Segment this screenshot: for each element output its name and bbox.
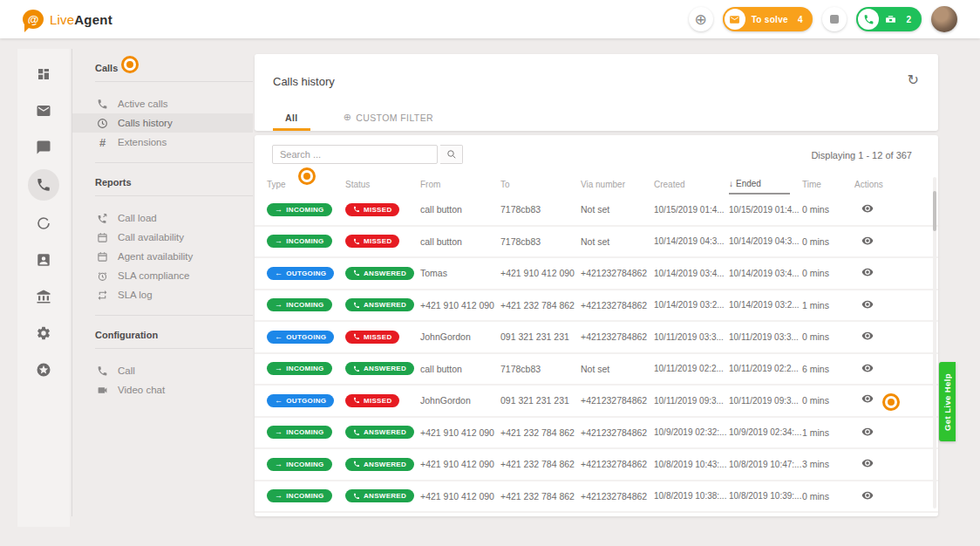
table-row[interactable]: →INCOMING ANSWERED +421 910 412 090 +421…	[255, 449, 938, 481]
rail-chat[interactable]	[29, 133, 58, 161]
phone-icon	[353, 493, 360, 500]
eye-icon	[861, 202, 874, 215]
direction-arrow-icon: →	[275, 461, 282, 468]
clock-icon	[97, 118, 108, 129]
view-call-button[interactable]	[861, 426, 874, 438]
call-type-badge: →INCOMING	[267, 362, 332, 375]
view-call-button[interactable]	[861, 266, 874, 278]
rail-calls[interactable]	[28, 169, 59, 201]
column-header-status[interactable]: Status	[345, 180, 420, 189]
sidebar-item-sla-compliance[interactable]: SLA compliance	[72, 266, 253, 285]
table-row[interactable]: →INCOMING MISSED call button 7178cb83 No…	[255, 195, 938, 227]
actions-cell	[854, 202, 938, 216]
table-row[interactable]: ←OUTGOING MISSED JohnGordon 091 321 231 …	[255, 386, 938, 418]
view-call-button[interactable]	[861, 457, 874, 469]
via-number-cell: +421232784862	[581, 300, 654, 311]
rail-mail[interactable]	[29, 96, 58, 125]
view-call-button[interactable]	[861, 298, 874, 311]
view-call-button[interactable]	[861, 330, 874, 342]
tutorial-hotspot-view-call[interactable]	[885, 396, 897, 408]
view-call-button[interactable]	[861, 235, 874, 247]
table-row[interactable]: →INCOMING ANSWERED +421 910 412 090 +421…	[255, 481, 938, 514]
rail-settings[interactable]	[29, 318, 58, 347]
liveagent-logo[interactable]: @ LiveAgent	[23, 10, 112, 29]
table-row[interactable]: →INCOMING ANSWERED call button 7178cb83 …	[255, 354, 938, 386]
calls-history-table-card: Displaying 1 - 12 of 367 Type Status Fro…	[255, 135, 938, 516]
table-row[interactable]: ←OUTGOING MISSED JohnGordon 091 321 231 …	[255, 322, 938, 354]
search-button[interactable]	[440, 145, 463, 164]
get-live-help-button[interactable]: Get Live Help	[939, 362, 956, 441]
sidebar-item-calls-history[interactable]: Calls history	[72, 113, 253, 133]
table-row[interactable]: →INCOMING MISSED call button 7178cb83 No…	[255, 227, 938, 259]
call-status-badge: ANSWERED	[345, 426, 414, 439]
created-cell: 10/14/2019 03:2...	[654, 300, 729, 310]
sidebar-item-label: Call availability	[118, 232, 184, 242]
call-status-badge: ANSWERED	[345, 298, 414, 311]
to-cell: 091 321 231 231	[500, 395, 581, 406]
column-header-ended[interactable]: ↓Ended	[729, 174, 790, 195]
contact-card-icon	[36, 252, 51, 268]
table-row[interactable]: →INCOMING ANSWERED +421 910 412 090 +421…	[255, 290, 938, 323]
sidebar-item-agent-availability[interactable]: Agent availability	[72, 247, 253, 266]
add-button[interactable]: ⊕	[689, 7, 713, 31]
column-header-time[interactable]: Time	[802, 180, 854, 189]
view-call-button[interactable]	[861, 392, 874, 405]
phone-icon	[353, 270, 360, 276]
envelope-icon	[725, 9, 745, 30]
pause-button[interactable]	[822, 7, 847, 31]
table-scrollbar-thumb[interactable]	[933, 191, 936, 231]
rail-company[interactable]	[29, 282, 58, 311]
sidebar-item-call-config[interactable]: Call	[72, 361, 253, 380]
sidebar-item-video-chat[interactable]: Video chat	[72, 380, 253, 399]
eye-icon	[861, 392, 874, 405]
column-header-from[interactable]: From	[420, 180, 500, 189]
column-header-via-number[interactable]: Via number	[581, 180, 654, 189]
call-status-button[interactable]: 2	[856, 7, 922, 31]
table-row[interactable]: ←OUTGOING ANSWERED Tomas +421 910 412 09…	[255, 258, 938, 290]
call-type-badge: →INCOMING	[267, 235, 332, 248]
rail-dashboard[interactable]	[29, 59, 58, 88]
from-cell: +421 910 412 090	[420, 491, 500, 502]
sidebar-item-extensions[interactable]: # Extensions	[72, 133, 253, 152]
sidebar-item-label: Extensions	[118, 137, 167, 147]
column-header-created[interactable]: Created	[654, 180, 729, 189]
view-call-button[interactable]	[861, 362, 874, 374]
ended-cell: 10/15/2019 01:4...	[729, 205, 802, 215]
sidebar-section-configuration: Configuration	[72, 316, 253, 348]
via-number-cell: +421232784862	[581, 395, 654, 406]
from-cell: Tomas	[420, 268, 500, 278]
sidebar-item-label: Active calls	[118, 99, 168, 109]
sidebar-item-call-availability[interactable]: Call availability	[72, 228, 253, 247]
time-cell: 0 mins	[802, 268, 854, 278]
rail-status[interactable]	[29, 208, 58, 237]
calendar-icon	[97, 232, 108, 243]
rail-contacts[interactable]	[29, 245, 58, 274]
from-cell: +421 910 412 090	[420, 300, 500, 311]
sidebar: Calls Active calls Calls history # Exten…	[72, 49, 253, 410]
phone-icon	[353, 461, 360, 468]
direction-arrow-icon: →	[275, 365, 282, 372]
table-row[interactable]: →INCOMING ANSWERED +421 910 412 090 +421…	[255, 418, 938, 450]
refresh-button[interactable]: ↻	[908, 72, 919, 88]
to-solve-button[interactable]: To solve 4	[723, 7, 813, 31]
mail-icon	[36, 103, 51, 119]
table-header: Type Status From To Via number Created ↓…	[255, 174, 938, 195]
view-call-button[interactable]	[861, 202, 874, 215]
sidebar-item-active-calls[interactable]: Active calls	[72, 94, 253, 113]
time-cell: 0 mins	[802, 331, 854, 342]
column-header-to[interactable]: To	[500, 180, 581, 189]
direction-arrow-icon: ←	[275, 333, 282, 341]
tutorial-hotspot-calls[interactable]	[124, 58, 136, 71]
sidebar-item-sla-log[interactable]: SLA log	[72, 285, 253, 304]
search-input[interactable]	[272, 145, 438, 164]
view-call-button[interactable]	[861, 489, 874, 502]
sidebar-item-call-load[interactable]: Call load	[72, 208, 253, 228]
tutorial-hotspot-type[interactable]	[301, 170, 313, 182]
tab-all[interactable]: All	[273, 112, 310, 131]
sidebar-item-label: Call	[118, 365, 135, 376]
user-avatar[interactable]	[931, 6, 957, 32]
sidebar-section-calls: Calls	[72, 49, 253, 81]
plus-circle-icon: ⊕	[344, 112, 352, 123]
tab-custom-filter[interactable]: ⊕CUSTOM FILTER	[331, 112, 446, 131]
rail-badges[interactable]	[29, 355, 58, 384]
